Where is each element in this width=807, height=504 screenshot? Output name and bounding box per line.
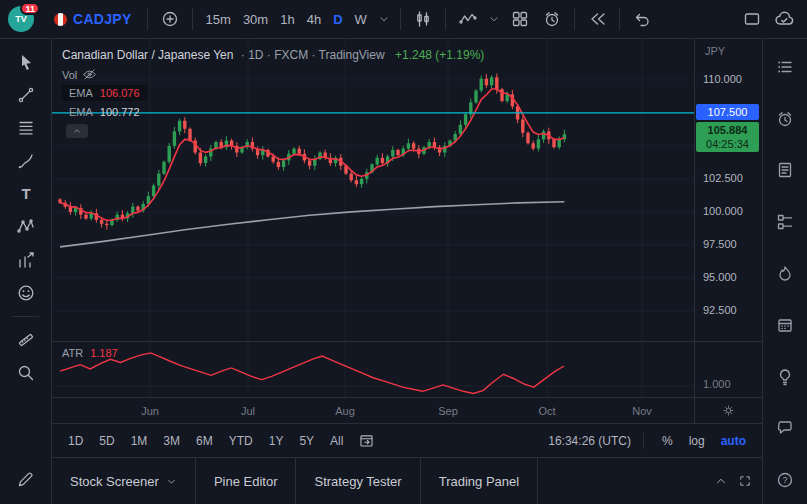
calendar-button[interactable] <box>770 313 800 338</box>
range-1y[interactable]: 1Y <box>263 431 290 451</box>
plus-circle-icon <box>160 9 180 29</box>
indicator-templates-button[interactable] <box>485 4 503 34</box>
panel-maximize-button[interactable] <box>736 466 754 496</box>
range-5d[interactable]: 5D <box>93 431 120 451</box>
atr-legend[interactable]: ATR 1.187 <box>62 347 118 359</box>
tab-stock-screener[interactable]: Stock Screener <box>52 458 196 504</box>
ideas-button[interactable] <box>770 364 800 389</box>
chart-type-button[interactable] <box>408 4 438 34</box>
interval-4h[interactable]: 4h <box>301 8 327 31</box>
range-ytd[interactable]: YTD <box>223 431 259 451</box>
tab-trading-panel[interactable]: Trading Panel <box>421 458 538 504</box>
atr-label: ATR <box>62 347 83 359</box>
bar-replay-button[interactable] <box>582 4 612 34</box>
interval-1h[interactable]: 1h <box>274 8 300 31</box>
tab-label: Pine Editor <box>214 474 278 489</box>
tab-label: Stock Screener <box>70 474 159 489</box>
price-axis[interactable]: JPY 110.000102.500100.00097.50095.00092.… <box>694 39 762 341</box>
last-price-badge: 105.884 04:25:34 <box>696 122 759 152</box>
range-6m[interactable]: 6M <box>190 431 219 451</box>
interval-w[interactable]: W <box>349 8 373 31</box>
forecast-tool-button[interactable] <box>11 245 41 275</box>
auto-scale-button[interactable]: auto <box>715 431 752 451</box>
ema-indicator-row-1[interactable]: EMA 106.076 <box>62 85 147 101</box>
edit-tool-button[interactable] <box>11 464 41 494</box>
range-5y[interactable]: 5Y <box>293 431 320 451</box>
pattern-tool-button[interactable] <box>11 212 41 242</box>
divider <box>192 8 193 30</box>
chart-legend: Canadian Dollar / Japanese Yen · 1D · FX… <box>62 48 484 138</box>
goto-date-button[interactable] <box>353 426 379 456</box>
divider <box>400 8 401 30</box>
layout-grid-button[interactable] <box>505 4 535 34</box>
clock-label[interactable]: 16:34:26 (UTC) <box>548 434 631 448</box>
undo-button[interactable] <box>627 4 657 34</box>
time-axis[interactable]: JunJulAugSepOctNov <box>52 397 762 423</box>
divider <box>13 316 39 317</box>
eye-off-icon[interactable] <box>82 67 97 82</box>
range-3m[interactable]: 3M <box>157 431 186 451</box>
time-axis-label: Oct <box>538 405 555 417</box>
atr-chart-canvas[interactable] <box>52 342 694 397</box>
help-bubble-icon: ? <box>775 470 795 490</box>
alert-price-badge[interactable]: 107.500 <box>696 104 759 120</box>
symbol-title-row[interactable]: Canadian Dollar / Japanese Yen · 1D · FX… <box>62 48 484 62</box>
symbol-search-button[interactable]: CADJPY <box>46 7 140 31</box>
flame-icon <box>775 264 795 284</box>
maximize-icon <box>738 474 752 488</box>
symbol-description: Canadian Dollar / Japanese Yen <box>62 48 233 62</box>
trend-line-tool-button[interactable] <box>11 80 41 110</box>
panel-collapse-button[interactable] <box>712 466 730 496</box>
tab-label: Strategy Tester <box>314 474 401 489</box>
panel-tabs: Stock ScreenerPine EditorStrategy Tester… <box>52 458 538 504</box>
home-logo-button[interactable]: TV 11 <box>8 6 34 32</box>
range-1m[interactable]: 1M <box>125 431 154 451</box>
indicators-button[interactable] <box>453 4 483 34</box>
ema-indicator-row-2[interactable]: EMA 100.772 <box>62 104 147 120</box>
measure-tool-button[interactable] <box>11 325 41 355</box>
hotlists-button[interactable] <box>770 261 800 286</box>
cloud-save-button[interactable] <box>769 4 799 34</box>
alarm-clock-icon <box>775 109 795 129</box>
log-scale-button[interactable]: log <box>683 431 711 451</box>
bar-countdown-label: 04:25:34 <box>696 137 759 151</box>
range-all[interactable]: All <box>324 431 349 451</box>
time-axis-label: Sep <box>438 405 458 417</box>
atr-indicator-pane[interactable]: 1.000 ATR 1.187 <box>52 341 762 397</box>
watchlist-button[interactable] <box>770 55 800 80</box>
legend-collapse-button[interactable] <box>66 124 88 138</box>
volume-indicator-row[interactable]: Vol <box>62 67 484 82</box>
percent-scale-button[interactable]: % <box>656 431 679 451</box>
fullscreen-rect-icon <box>742 9 762 29</box>
text-tool-button[interactable]: T <box>11 179 41 209</box>
news-button[interactable] <box>770 158 800 183</box>
cursor-tool-button[interactable] <box>11 47 41 77</box>
zoom-tool-button[interactable] <box>11 358 41 388</box>
chat-button[interactable] <box>770 416 800 441</box>
main-chart-pane[interactable]: JPY 110.000102.500100.00097.50095.00092.… <box>52 39 762 341</box>
alerts-button[interactable] <box>770 107 800 132</box>
calendar-icon <box>775 315 795 335</box>
help-button[interactable]: ? <box>770 468 800 493</box>
cad-flag-icon <box>54 13 67 26</box>
fib-retracement-tool-button[interactable] <box>11 113 41 143</box>
top-toolbar: TV 11 CADJPY 15m30m1h4hDW <box>0 0 807 39</box>
divider <box>643 433 644 449</box>
tab-strategy-tester[interactable]: Strategy Tester <box>296 458 420 504</box>
brush-tool-button[interactable] <box>11 146 41 176</box>
tab-pine-editor[interactable]: Pine Editor <box>196 458 297 504</box>
alert-button[interactable] <box>537 4 567 34</box>
interval-d[interactable]: D <box>327 8 348 31</box>
interval-30m[interactable]: 30m <box>237 8 274 31</box>
fib-lines-icon <box>16 118 36 138</box>
fullscreen-button[interactable] <box>737 4 767 34</box>
axis-settings-button[interactable] <box>694 398 762 423</box>
emoji-tool-button[interactable] <box>11 278 41 308</box>
interval-menu-button[interactable] <box>375 4 393 34</box>
range-1d[interactable]: 1D <box>62 431 89 451</box>
object-tree-button[interactable] <box>770 210 800 235</box>
chat-bubble-icon <box>775 418 795 438</box>
atr-axis[interactable]: 1.000 <box>694 342 762 397</box>
interval-15m[interactable]: 15m <box>200 8 237 31</box>
add-symbol-button[interactable] <box>155 4 185 34</box>
